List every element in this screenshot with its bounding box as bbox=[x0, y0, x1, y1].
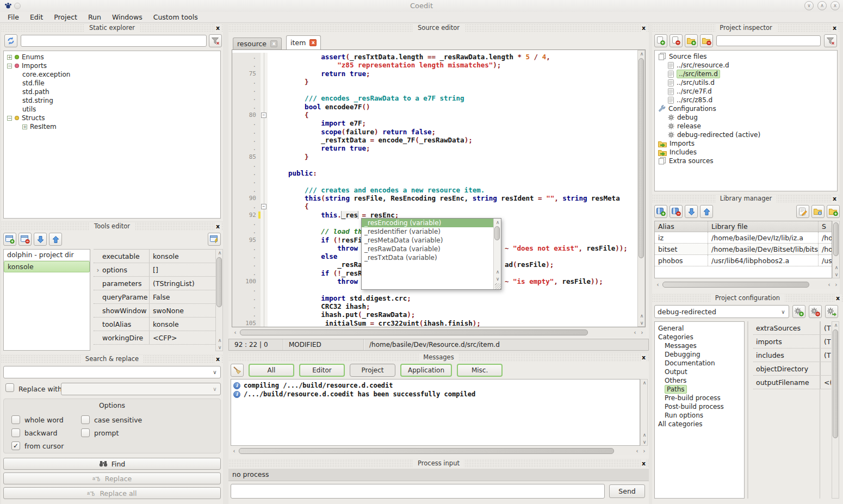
tree-item[interactable]: utils bbox=[4, 105, 220, 114]
tools-editor-header[interactable]: Tools editor x bbox=[1, 222, 223, 231]
resize-grip-icon[interactable] bbox=[495, 283, 501, 289]
code-line[interactable]: . bbox=[232, 161, 637, 169]
replace-button[interactable]: ab Replace bbox=[3, 472, 221, 484]
property-value[interactable]: swoNone bbox=[150, 307, 215, 315]
code-line[interactable]: . _resTxtData = encode_7F(_resRawData); bbox=[232, 136, 637, 144]
code-line[interactable]: 105 _initialSum = crc322uint(ihash.finis… bbox=[232, 319, 637, 327]
tree-item[interactable]: Messages bbox=[655, 341, 744, 350]
editor-hscrollbar[interactable]: ‹ ‹› bbox=[232, 328, 646, 337]
code-line[interactable]: . bbox=[232, 177, 637, 185]
minimize-button[interactable]: ∨ bbox=[804, 1, 814, 10]
add-library-button[interactable] bbox=[654, 205, 667, 218]
clear-messages-button[interactable] bbox=[231, 364, 244, 377]
menu-project[interactable]: Project bbox=[48, 13, 83, 21]
send-button[interactable]: Send bbox=[609, 484, 645, 498]
tree-item[interactable]: −Structs bbox=[4, 114, 220, 122]
add-source-button[interactable] bbox=[654, 34, 667, 47]
code-line[interactable]: . import std.digest.crc; bbox=[232, 294, 637, 302]
tree-item[interactable]: ../src/item.d bbox=[655, 70, 837, 78]
backward-checkbox[interactable] bbox=[11, 428, 20, 437]
tree-item[interactable]: debug-redirected (active) bbox=[655, 130, 837, 139]
menu-edit[interactable]: Edit bbox=[24, 13, 48, 21]
tree-item[interactable]: Source files bbox=[655, 52, 837, 61]
remove-library-button[interactable] bbox=[670, 205, 683, 218]
menu-custom-tools[interactable]: Custom tools bbox=[148, 13, 203, 21]
filter-application[interactable]: Application bbox=[400, 364, 452, 377]
code-line[interactable]: . /// creates and encodes a new resource… bbox=[232, 186, 637, 194]
from-cursor-checkbox[interactable]: ✓ bbox=[11, 441, 20, 450]
code-area[interactable]: . assert(_resTxtData.length == _resRawDa… bbox=[232, 50, 637, 327]
tree-item[interactable]: Imports bbox=[655, 139, 837, 148]
property-value[interactable]: <( bbox=[821, 378, 831, 387]
replace-with-checkbox[interactable] bbox=[5, 383, 14, 392]
remove-source-button[interactable] bbox=[670, 34, 683, 47]
property-row[interactable]: outputFilename<( bbox=[753, 376, 831, 389]
remove-tool-button[interactable] bbox=[18, 233, 32, 246]
property-value[interactable]: False bbox=[150, 293, 215, 301]
property-row[interactable]: imports(T bbox=[753, 335, 831, 349]
project-filter-input[interactable] bbox=[716, 35, 821, 46]
tree-item[interactable]: std.path bbox=[4, 88, 220, 96]
move-up-button[interactable] bbox=[49, 233, 62, 246]
code-line[interactable]: 90 this(string resFile, ResEncoding resE… bbox=[232, 194, 637, 202]
property-value[interactable]: (T bbox=[821, 351, 831, 359]
column-header-alias[interactable]: Alias bbox=[655, 221, 708, 232]
close-icon[interactable]: x bbox=[832, 195, 838, 203]
code-line[interactable]: . ihash.put(_resRawData); bbox=[232, 310, 637, 319]
tree-item[interactable]: release bbox=[655, 122, 837, 130]
property-value[interactable]: (T bbox=[821, 324, 831, 332]
completion-item[interactable]: _resIdentifier (variable) bbox=[362, 227, 493, 236]
tab-close-icon[interactable]: x bbox=[270, 40, 277, 47]
property-value[interactable]: konsole bbox=[150, 320, 215, 328]
code-line[interactable]: . } bbox=[232, 78, 637, 86]
completion-item[interactable]: _resRawData (variable) bbox=[362, 245, 493, 253]
property-value[interactable]: <CFP> bbox=[150, 334, 215, 342]
code-line[interactable]: . bbox=[232, 86, 637, 94]
filter-button[interactable] bbox=[209, 34, 222, 47]
move-down-button[interactable] bbox=[34, 233, 47, 246]
chevron-down-icon[interactable]: ∨ bbox=[778, 309, 789, 315]
filter-all[interactable]: All bbox=[249, 364, 294, 377]
property-value[interactable]: konsole bbox=[150, 252, 215, 260]
tree-item[interactable]: ../src/e7F.d bbox=[655, 87, 837, 96]
filter-misc[interactable]: Misc. bbox=[457, 364, 503, 377]
move-down-button[interactable] bbox=[685, 205, 698, 218]
expander-icon[interactable]: − bbox=[7, 64, 12, 69]
library-from-project-button[interactable] bbox=[811, 205, 825, 218]
code-line[interactable]: .− { bbox=[232, 202, 637, 210]
tree-item[interactable]: Post-build process bbox=[655, 402, 744, 411]
library-manager-header[interactable]: Library manager x bbox=[652, 195, 840, 203]
close-icon[interactable]: x bbox=[832, 24, 838, 32]
tree-item[interactable]: std.file bbox=[4, 79, 220, 88]
configuration-select[interactable]: debug-redirected ∨ bbox=[654, 305, 789, 318]
code-line[interactable]: . assert(_resTxtData.length == _resRawDa… bbox=[232, 53, 637, 61]
tree-item[interactable]: Extra sources bbox=[655, 157, 837, 165]
tree-item[interactable]: Configurations bbox=[655, 104, 837, 113]
add-tool-button[interactable] bbox=[3, 233, 16, 246]
case-sensitive-checkbox[interactable] bbox=[81, 415, 90, 424]
code-line[interactable]: . CRC32 ihash; bbox=[232, 302, 637, 310]
tree-item[interactable]: −Imports bbox=[4, 61, 220, 70]
tree-item[interactable]: +ResItem bbox=[4, 122, 220, 131]
close-icon[interactable]: x bbox=[641, 459, 647, 468]
tree-item[interactable]: Includes bbox=[655, 148, 837, 157]
edit-library-button[interactable] bbox=[796, 205, 809, 218]
messages-header[interactable]: Messages x bbox=[228, 353, 649, 362]
search-term-combo[interactable]: ∨ bbox=[3, 366, 221, 378]
completion-item[interactable]: _resMetaData (variable) bbox=[362, 236, 493, 245]
fold-collapse-icon[interactable]: − bbox=[261, 204, 266, 209]
completion-item[interactable]: _resTxtData (variable) bbox=[362, 253, 493, 262]
tree-item[interactable]: debug bbox=[655, 113, 837, 122]
property-row[interactable]: workingDire<CFP> bbox=[94, 331, 215, 345]
source-editor-header[interactable]: Source editor x bbox=[228, 24, 649, 32]
code-line[interactable]: . /// encodes _resRawData to a e7F strin… bbox=[232, 94, 637, 102]
close-icon[interactable]: x bbox=[215, 24, 221, 32]
menu-run[interactable]: Run bbox=[83, 13, 107, 21]
list-item[interactable]: dolphin - project dir bbox=[4, 250, 90, 261]
message-line[interactable]: icompiling /.../build/resource.d.coedit bbox=[233, 381, 640, 390]
tree-item[interactable]: Pre-build process bbox=[655, 394, 744, 402]
property-value[interactable]: [] bbox=[150, 266, 215, 274]
completion-item[interactable]: _resEncoding (variable) bbox=[362, 219, 493, 227]
code-line[interactable]: . "z85 representation length mismatches"… bbox=[232, 61, 637, 69]
clone-config-button[interactable] bbox=[825, 305, 838, 318]
